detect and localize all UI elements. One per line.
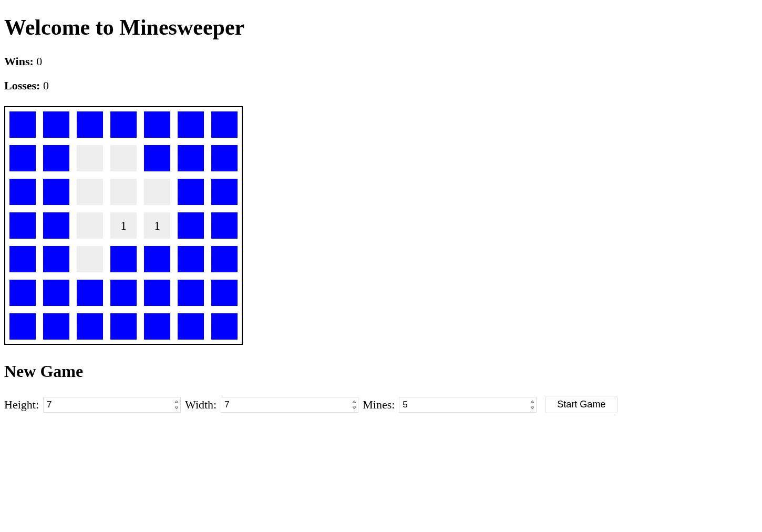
wins-value: 0: [36, 55, 42, 68]
cell-revealed[interactable]: [77, 179, 103, 205]
cell-unrevealed[interactable]: [211, 246, 238, 272]
cell-revealed[interactable]: [110, 179, 137, 205]
cell-unrevealed[interactable]: [9, 111, 36, 138]
cell-unrevealed[interactable]: [211, 313, 238, 340]
cell-unrevealed[interactable]: [178, 246, 204, 272]
cell-unrevealed[interactable]: [144, 246, 170, 272]
cell-unrevealed[interactable]: [9, 246, 36, 272]
cell-unrevealed[interactable]: [144, 145, 170, 171]
board-row: [9, 179, 238, 205]
width-input[interactable]: [221, 397, 358, 412]
cell-unrevealed[interactable]: [178, 179, 204, 205]
cell-unrevealed[interactable]: [9, 145, 36, 171]
cell-unrevealed[interactable]: [110, 313, 137, 340]
cell-unrevealed[interactable]: [178, 111, 204, 138]
mines-label: Mines:: [363, 398, 395, 412]
cell-unrevealed[interactable]: [211, 179, 238, 205]
height-input-wrap: [43, 397, 181, 413]
cell-unrevealed[interactable]: [110, 246, 137, 272]
new-game-form: Height: Width: Mines: Start Game: [4, 396, 758, 413]
cell-unrevealed[interactable]: [211, 212, 238, 239]
board-row: [9, 145, 238, 171]
losses-stat: Losses: 0: [4, 79, 758, 93]
cell-revealed[interactable]: [144, 179, 170, 205]
mines-input[interactable]: [399, 397, 536, 412]
page-title: Welcome to Minesweeper: [4, 15, 758, 40]
cell-unrevealed[interactable]: [9, 313, 36, 340]
height-label: Height:: [4, 398, 39, 412]
cell-unrevealed[interactable]: [178, 280, 204, 306]
cell-unrevealed[interactable]: [43, 280, 69, 306]
cell-unrevealed[interactable]: [211, 280, 238, 306]
cell-unrevealed[interactable]: [211, 111, 238, 138]
losses-label: Losses:: [4, 79, 40, 92]
cell-unrevealed[interactable]: [9, 280, 36, 306]
mines-input-wrap: [399, 397, 537, 413]
height-input[interactable]: [44, 397, 180, 412]
cell-unrevealed[interactable]: [43, 246, 69, 272]
cell-unrevealed[interactable]: [110, 280, 137, 306]
cell-unrevealed[interactable]: [9, 212, 36, 239]
cell-unrevealed[interactable]: [144, 111, 170, 138]
wins-stat: Wins: 0: [4, 55, 758, 68]
cell-revealed[interactable]: 1: [144, 212, 170, 239]
cell-unrevealed[interactable]: [144, 313, 170, 340]
cell-unrevealed[interactable]: [178, 212, 204, 239]
cell-unrevealed[interactable]: [178, 313, 204, 340]
cell-unrevealed[interactable]: [144, 280, 170, 306]
wins-label: Wins:: [4, 55, 34, 68]
cell-revealed[interactable]: [110, 145, 137, 171]
cell-unrevealed[interactable]: [9, 179, 36, 205]
cell-revealed[interactable]: [77, 246, 103, 272]
cell-unrevealed[interactable]: [43, 212, 69, 239]
cell-revealed[interactable]: [77, 145, 103, 171]
board-row: [9, 246, 238, 272]
game-board: 11: [4, 106, 243, 345]
new-game-heading: New Game: [4, 362, 758, 381]
width-input-wrap: [221, 397, 358, 413]
board-row: [9, 280, 238, 306]
cell-unrevealed[interactable]: [211, 145, 238, 171]
cell-revealed[interactable]: [77, 212, 103, 239]
cell-unrevealed[interactable]: [178, 145, 204, 171]
cell-unrevealed[interactable]: [43, 179, 69, 205]
cell-unrevealed[interactable]: [77, 111, 103, 138]
cell-revealed[interactable]: 1: [110, 212, 137, 239]
cell-unrevealed[interactable]: [43, 111, 69, 138]
cell-unrevealed[interactable]: [43, 145, 69, 171]
board-row: 11: [9, 212, 238, 239]
cell-unrevealed[interactable]: [43, 313, 69, 340]
board-row: [9, 111, 238, 138]
cell-unrevealed[interactable]: [77, 313, 103, 340]
width-label: Width:: [185, 398, 217, 412]
start-game-button[interactable]: Start Game: [545, 396, 617, 413]
board-row: [9, 313, 238, 340]
cell-unrevealed[interactable]: [77, 280, 103, 306]
losses-value: 0: [43, 79, 49, 92]
cell-unrevealed[interactable]: [110, 111, 137, 138]
